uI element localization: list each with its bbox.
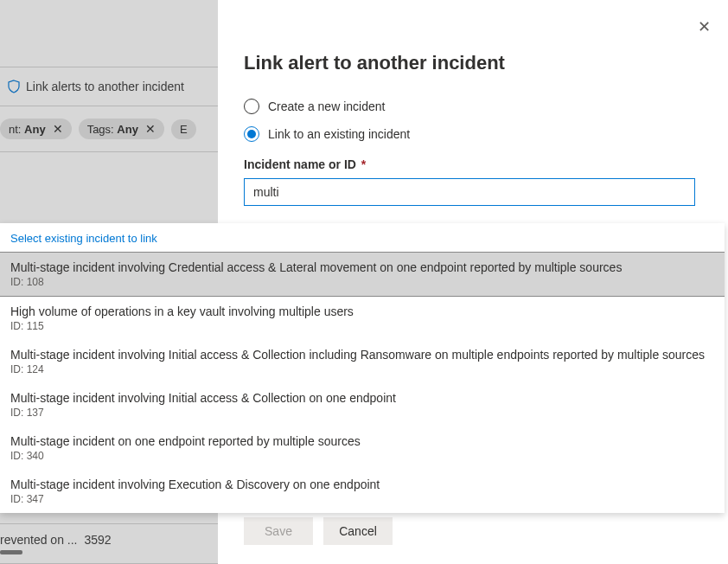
close-icon[interactable]: ✕ bbox=[145, 122, 156, 136]
shield-icon bbox=[7, 80, 21, 93]
row2-text: revented on ... bbox=[0, 533, 78, 547]
filter2-prefix: Tags: bbox=[87, 123, 118, 136]
filter-pill-1[interactable]: nt: Any ✕ bbox=[0, 119, 72, 139]
filter-row: nt: Any ✕ Tags: Any ✕ E bbox=[0, 106, 218, 152]
dropdown-item-id: ID: 108 bbox=[10, 276, 714, 288]
filter-pill-3[interactable]: E bbox=[171, 119, 196, 139]
radio-create-incident[interactable]: Create a new incident bbox=[244, 99, 728, 114]
radio-link-label: Link to an existing incident bbox=[268, 127, 410, 141]
radio-circle-selected-icon bbox=[244, 126, 259, 142]
bg-top-area bbox=[0, 0, 218, 67]
dropdown-item-id: ID: 115 bbox=[10, 320, 714, 332]
radio-dot-icon bbox=[247, 130, 256, 138]
close-button[interactable]: ✕ bbox=[698, 19, 711, 35]
dropdown-item-title: Multi-stage incident involving Initial a… bbox=[10, 348, 714, 362]
radio-group: Create a new incident Link to an existin… bbox=[244, 99, 728, 142]
field-label: Incident name or ID * bbox=[244, 157, 728, 171]
dropdown-item[interactable]: Multi-stage incident involving Initial a… bbox=[0, 383, 725, 426]
dropdown-item-id: ID: 137 bbox=[10, 407, 714, 419]
save-button[interactable]: Save bbox=[244, 517, 313, 545]
dropdown-header: Select existing incident to link bbox=[0, 223, 725, 252]
panel-title: Link alert to another incident bbox=[244, 52, 728, 74]
toolbar-link-text[interactable]: Link alerts to another incident bbox=[26, 80, 184, 93]
dropdown-item-title: High volume of operations in a key vault… bbox=[10, 304, 714, 318]
row-bar bbox=[0, 550, 22, 554]
dropdown-item[interactable]: Multi-stage incident on one endpoint rep… bbox=[0, 426, 725, 470]
radio-create-label: Create a new incident bbox=[268, 99, 385, 113]
filter1-prefix: nt: bbox=[9, 123, 24, 136]
toolbar-row: Link alerts to another incident bbox=[0, 67, 218, 106]
dropdown-item[interactable]: Multi-stage incident involving Initial a… bbox=[0, 340, 725, 383]
filter3-partial: E bbox=[180, 123, 188, 136]
incident-search-input[interactable] bbox=[244, 178, 695, 206]
dropdown-item[interactable]: Multi-stage incident involving Credentia… bbox=[0, 252, 725, 297]
dropdown-item-title: Multi-stage incident involving Credentia… bbox=[10, 260, 714, 274]
dropdown-list: Multi-stage incident involving Credentia… bbox=[0, 252, 725, 513]
dropdown-item-title: Multi-stage incident involving Initial a… bbox=[10, 391, 714, 405]
button-row: Save Cancel bbox=[244, 517, 393, 545]
required-asterisk: * bbox=[361, 157, 366, 171]
close-icon[interactable]: ✕ bbox=[53, 122, 63, 136]
row2-num: 3592 bbox=[85, 533, 112, 547]
dropdown-item[interactable]: High volume of operations in a key vault… bbox=[0, 297, 725, 340]
dropdown-item-title: Multi-stage incident involving Execution… bbox=[10, 477, 714, 491]
radio-circle-icon bbox=[244, 99, 259, 114]
radio-link-incident[interactable]: Link to an existing incident bbox=[244, 126, 728, 142]
dropdown-item-id: ID: 340 bbox=[10, 450, 714, 462]
dropdown-item[interactable]: Multi-stage incident involving Execution… bbox=[0, 470, 725, 513]
dropdown-item-title: Multi-stage incident on one endpoint rep… bbox=[10, 434, 714, 448]
dropdown-item-id: ID: 124 bbox=[10, 363, 714, 375]
bg-list-row: revented on ...3592 bbox=[0, 524, 218, 564]
cancel-button[interactable]: Cancel bbox=[323, 517, 393, 545]
dropdown-item-id: ID: 347 bbox=[10, 493, 714, 505]
incident-dropdown: Select existing incident to link Multi-s… bbox=[0, 223, 725, 513]
filter-pill-2[interactable]: Tags: Any ✕ bbox=[79, 119, 164, 139]
filter1-value: Any bbox=[24, 123, 46, 136]
filter2-value: Any bbox=[117, 123, 138, 136]
field-label-text: Incident name or ID bbox=[244, 157, 356, 171]
